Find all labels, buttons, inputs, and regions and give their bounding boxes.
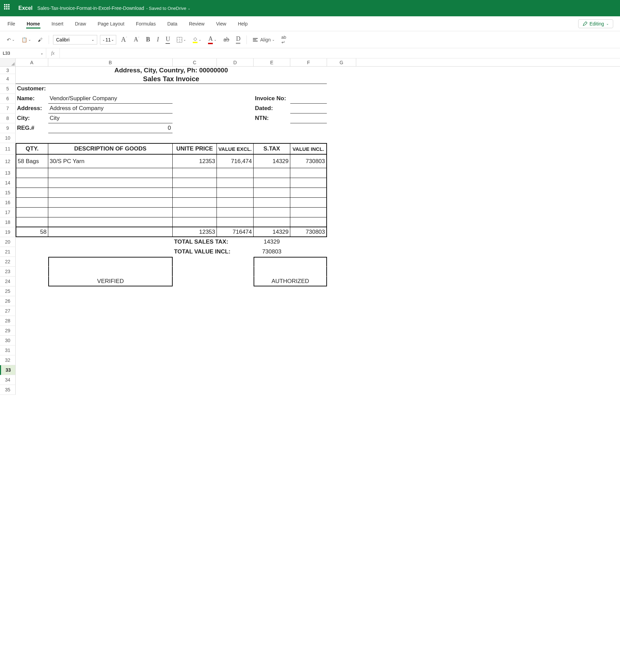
cell[interactable] xyxy=(217,178,254,188)
cell[interactable] xyxy=(173,94,217,104)
cell[interactable] xyxy=(254,208,290,217)
cell[interactable] xyxy=(173,217,217,227)
tot-vincl[interactable]: 730803 xyxy=(290,227,327,237)
cell[interactable] xyxy=(290,168,327,178)
row-header[interactable]: 29 xyxy=(0,326,16,336)
cell-ntn-val[interactable] xyxy=(290,113,327,123)
row-header[interactable]: 24 xyxy=(0,277,16,286)
row-header[interactable]: 30 xyxy=(0,336,16,346)
cell[interactable] xyxy=(16,257,48,267)
line-qty[interactable]: 58 Bags xyxy=(16,155,48,168)
line-vincl[interactable]: 730803 xyxy=(290,155,327,168)
cell[interactable] xyxy=(327,198,356,208)
font-color-button[interactable]: A⌄ xyxy=(206,34,219,46)
cell[interactable] xyxy=(16,306,356,316)
cell[interactable] xyxy=(48,84,173,94)
row-header[interactable]: 19 xyxy=(0,227,16,237)
cell-verified-box[interactable] xyxy=(48,257,173,267)
select-all-corner[interactable] xyxy=(0,58,16,66)
line-desc[interactable]: 30/S PC Yarn xyxy=(48,155,173,168)
cell[interactable] xyxy=(327,247,356,257)
cell[interactable] xyxy=(290,208,327,217)
hdr-uprice[interactable]: UNITE PRICE xyxy=(173,143,217,155)
tot-qty[interactable]: 58 xyxy=(16,227,48,237)
cell[interactable] xyxy=(48,168,173,178)
tot-vexcl[interactable]: 716474 xyxy=(217,227,254,237)
row-header[interactable]: 22 xyxy=(0,257,16,267)
row-header[interactable]: 28 xyxy=(0,316,16,326)
row-header[interactable]: 4 xyxy=(0,74,16,84)
cell-address-lbl[interactable]: Address: xyxy=(16,104,48,113)
cell[interactable] xyxy=(16,217,48,227)
row-header[interactable]: 7 xyxy=(0,104,16,113)
row-header[interactable]: 25 xyxy=(0,286,16,296)
row-header[interactable]: 14 xyxy=(0,178,16,188)
cell[interactable] xyxy=(16,326,356,336)
name-box[interactable]: L33⌄ xyxy=(0,48,46,58)
cell[interactable] xyxy=(327,155,356,168)
double-underline-button[interactable]: D xyxy=(234,34,242,45)
undo-button[interactable]: ↶⌄ xyxy=(5,36,17,44)
row-header[interactable]: 3 xyxy=(0,67,16,74)
cell[interactable] xyxy=(16,336,356,346)
cell[interactable] xyxy=(173,104,217,113)
cell[interactable] xyxy=(327,237,356,247)
line-uprice[interactable]: 12353 xyxy=(173,155,217,168)
cell[interactable] xyxy=(16,346,356,355)
cell[interactable] xyxy=(217,104,254,113)
cell[interactable] xyxy=(254,168,290,178)
cell[interactable] xyxy=(16,237,48,247)
row-header[interactable]: 20 xyxy=(0,237,16,247)
cell[interactable] xyxy=(217,123,254,133)
cell[interactable] xyxy=(48,267,173,277)
cell[interactable] xyxy=(16,375,356,385)
cell[interactable] xyxy=(327,113,356,123)
tot-sales-tax-lbl[interactable]: TOTAL SALES TAX: xyxy=(173,237,254,247)
hdr-vexcl[interactable]: VALUE EXCL. xyxy=(217,143,254,155)
cell[interactable] xyxy=(173,267,217,277)
cell[interactable] xyxy=(173,113,217,123)
cell[interactable] xyxy=(173,198,217,208)
cell-reg-lbl[interactable]: REG.# xyxy=(16,123,48,133)
hdr-desc[interactable]: DESCRIPTION OF GOODS xyxy=(48,143,173,155)
formula-input[interactable] xyxy=(60,48,620,58)
cell-dated-lbl[interactable]: Dated: xyxy=(254,104,290,113)
cell[interactable] xyxy=(327,94,356,104)
cell-ntn-lbl[interactable]: NTN: xyxy=(254,113,290,123)
row-header[interactable]: 8 xyxy=(0,113,16,123)
cell[interactable] xyxy=(254,198,290,208)
menu-home[interactable]: Home xyxy=(26,19,41,29)
row-header[interactable]: 35 xyxy=(0,385,16,395)
cell[interactable] xyxy=(254,178,290,188)
document-name[interactable]: Sales-Tax-Invoice-Format-in-Excel-Free-D… xyxy=(37,5,144,11)
cell-customer-lbl[interactable]: Customer: xyxy=(16,84,48,94)
col-header-a[interactable]: A xyxy=(16,58,48,66)
menu-view[interactable]: View xyxy=(216,19,227,29)
cell-verified[interactable]: VERIFIED xyxy=(48,277,173,286)
tot-value-incl-val[interactable]: 730803 xyxy=(254,247,290,257)
cell-city-val[interactable]: City xyxy=(48,113,173,123)
cell-reg-val[interactable]: 0 xyxy=(48,123,173,133)
cell[interactable] xyxy=(290,198,327,208)
row-header[interactable]: 17 xyxy=(0,208,16,217)
col-header-f[interactable]: F xyxy=(290,58,327,66)
font-size-select[interactable]: ⌄11⌄ xyxy=(100,35,116,45)
menu-file[interactable]: File xyxy=(7,19,16,29)
cell[interactable] xyxy=(16,168,48,178)
cell[interactable] xyxy=(173,168,217,178)
editing-mode-button[interactable]: Editing ⌄ xyxy=(578,19,613,28)
row-header[interactable]: 12 xyxy=(0,155,16,168)
grow-font-button[interactable]: Aˆ xyxy=(119,34,129,45)
row-header[interactable]: 21 xyxy=(0,247,16,257)
cell[interactable] xyxy=(16,178,48,188)
paste-button[interactable]: 📋⌄ xyxy=(19,36,33,44)
cell[interactable] xyxy=(48,178,173,188)
row-header[interactable]: 15 xyxy=(0,188,16,198)
menu-draw[interactable]: Draw xyxy=(74,19,87,29)
cell[interactable] xyxy=(327,208,356,217)
row-header[interactable]: 11 xyxy=(0,143,16,155)
cell[interactable] xyxy=(327,267,356,277)
cell[interactable] xyxy=(290,247,327,257)
cell[interactable] xyxy=(16,267,48,277)
bold-button[interactable]: B xyxy=(144,35,152,45)
